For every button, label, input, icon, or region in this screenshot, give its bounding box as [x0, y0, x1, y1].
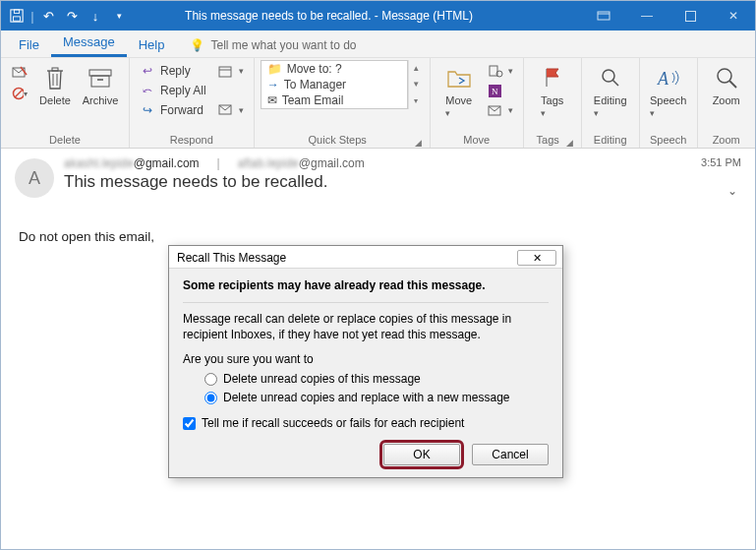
recall-dialog: Recall This Message ✕ Some recipients ma… [168, 245, 563, 478]
svg-line-7 [13, 68, 19, 73]
qat-customize-icon[interactable]: ▾ [107, 1, 131, 31]
junk-icon[interactable]: ▾ [12, 86, 28, 101]
svg-line-30 [612, 80, 618, 86]
scroll-up-icon[interactable]: ▲ [409, 64, 424, 73]
scroll-down-icon[interactable]: ▼ [409, 80, 424, 89]
zoom-icon [713, 64, 740, 92]
quicksteps-launcher-icon[interactable]: ◢ [415, 138, 424, 148]
redo-icon[interactable]: ↷ [60, 1, 84, 31]
tab-help[interactable]: Help [127, 32, 177, 57]
radio-delete-replace[interactable]: Delete unread copies and replace with a … [204, 391, 549, 404]
ok-button[interactable]: OK [383, 444, 460, 465]
quicksteps-gallery[interactable]: 📁Move to: ? →To Manager ✉Team Email [261, 60, 408, 109]
forward-icon: ↪ [140, 102, 155, 118]
expand-header-icon[interactable]: ⌄ [727, 184, 737, 198]
ribbon-group-speech: A Speech▾ Speech [640, 58, 698, 148]
svg-rect-1 [14, 17, 21, 21]
minimize-icon[interactable]: — [625, 1, 669, 31]
delete-label: Delete [39, 94, 71, 106]
window-controls: — ✕ [582, 1, 755, 31]
reply-button[interactable]: ↩Reply [136, 62, 210, 80]
tab-file[interactable]: File [7, 32, 51, 57]
to-address: aftab.lepide@gmail.com [238, 156, 365, 170]
svg-text:A: A [657, 69, 669, 89]
save-icon[interactable] [5, 1, 29, 31]
svg-line-23 [225, 105, 231, 110]
svg-line-33 [729, 81, 736, 88]
radio-delete-unread[interactable]: Delete unread copies of this message [204, 372, 549, 386]
dialog-question: Are you sure you want to [183, 352, 549, 366]
envelope-icon: ✉ [267, 93, 277, 107]
group-label-speech: Speech [650, 134, 686, 148]
reply-all-icon: ⤺ [140, 83, 155, 98]
reply-icon: ↩ [140, 63, 155, 79]
svg-line-11 [15, 90, 23, 97]
chevron-down-icon: ▾ [445, 108, 450, 118]
archive-button[interactable]: Archive [78, 60, 123, 106]
meeting-icon [218, 63, 234, 79]
svg-rect-3 [598, 12, 610, 20]
more-respond-button[interactable]: ▾ [214, 101, 248, 119]
reply-all-button[interactable]: ⤺Reply All [136, 82, 210, 99]
ribbon-display-icon[interactable] [582, 1, 625, 31]
tell-me-search[interactable]: 💡 Tell me what you want to do [182, 33, 364, 57]
svg-rect-5 [685, 11, 695, 21]
ribbon-tabs: File Message Help 💡 Tell me what you wan… [1, 31, 755, 58]
meeting-button[interactable]: ▾ [214, 62, 248, 80]
forward-arrow-icon: → [267, 78, 279, 92]
from-address: akasht.lepide@gmail.com [64, 156, 200, 170]
message-pane: A akasht.lepide@gmail.com | aftab.lepide… [1, 149, 755, 244]
ignore-icon[interactable] [12, 64, 28, 80]
checkbox-tellme[interactable]: Tell me if recall succeeds or fails for … [183, 416, 549, 430]
archive-label: Archive [83, 94, 119, 106]
expand-gallery-icon[interactable]: ▾ [409, 96, 424, 105]
message-header: A akasht.lepide@gmail.com | aftab.lepide… [15, 156, 741, 198]
tags-launcher-icon[interactable]: ◢ [566, 138, 575, 148]
onenote-button[interactable]: N [484, 82, 517, 99]
undo-icon[interactable]: ↶ [36, 1, 60, 31]
message-time: 3:51 PM [701, 156, 741, 168]
ribbon-group-tags: Tags▾ Tags◢ [524, 58, 582, 148]
down-arrow-icon[interactable]: ↓ [84, 1, 107, 31]
svg-rect-17 [91, 76, 109, 87]
quickstep-manager[interactable]: →To Manager [262, 77, 407, 92]
tags-button[interactable]: Tags▾ [530, 60, 575, 118]
move-button[interactable]: Move▾ [436, 60, 482, 118]
message-body: Do not open this email, [15, 198, 741, 244]
cancel-button[interactable]: Cancel [472, 444, 549, 465]
delete-icon [41, 64, 69, 92]
rules-button[interactable]: ▾ [484, 62, 517, 80]
chevron-down-icon: ▾ [650, 108, 655, 118]
read-aloud-icon: A [655, 64, 682, 92]
ribbon: ▾ Delete Archive Delete ↩Reply ⤺Reply Al… [1, 58, 755, 149]
actions-button[interactable]: ▾ [484, 101, 517, 119]
forward-button[interactable]: ↪Forward [136, 101, 210, 119]
svg-rect-13 [52, 68, 58, 71]
dialog-title: Recall This Message [177, 251, 286, 265]
lightbulb-icon: 💡 [190, 38, 204, 52]
ribbon-group-respond: ↩Reply ⤺Reply All ↪Forward ▾ ▾ Respond [130, 58, 255, 148]
group-label-tags: Tags [530, 134, 566, 148]
editing-button[interactable]: Editing▾ [588, 60, 633, 118]
quicksteps-scroll[interactable]: ▲ ▼ ▾ [408, 60, 424, 109]
chevron-down-icon: ▾ [594, 108, 599, 118]
checkbox-tellme-input[interactable] [183, 417, 196, 430]
quickstep-team[interactable]: ✉Team Email [262, 92, 407, 108]
tab-message[interactable]: Message [51, 30, 127, 57]
close-icon[interactable]: ✕ [712, 1, 755, 31]
svg-rect-0 [11, 10, 23, 22]
qat-separator: | [29, 1, 36, 31]
quickstep-moveto[interactable]: 📁Move to: ? [262, 61, 407, 77]
group-label-respond: Respond [170, 134, 213, 148]
dialog-close-button[interactable]: ✕ [517, 250, 556, 266]
delete-button[interactable]: Delete [32, 60, 78, 106]
svg-rect-16 [89, 70, 111, 76]
radio-replace-input[interactable] [204, 392, 217, 404]
speech-button[interactable]: A Speech▾ [646, 60, 691, 118]
zoom-button[interactable]: Zoom [704, 60, 749, 106]
group-label-editing: Editing [594, 134, 627, 148]
onenote-icon: N [488, 83, 503, 98]
radio-delete-input[interactable] [204, 373, 217, 386]
group-label-zoom: Zoom [713, 134, 740, 148]
maximize-icon[interactable] [669, 1, 712, 31]
